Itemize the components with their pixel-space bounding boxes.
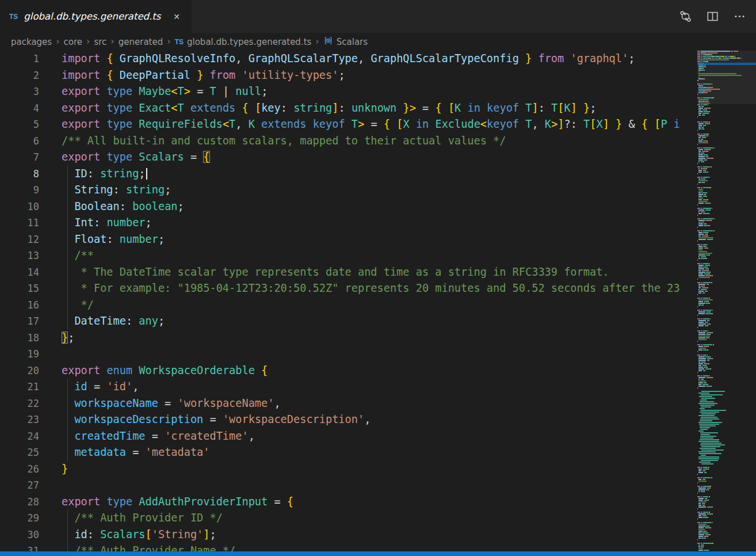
line-number: 2 <box>0 67 39 84</box>
line-content[interactable]: } <box>39 461 68 478</box>
line-number: 31 <box>0 543 39 551</box>
line-number: 5 <box>0 116 39 133</box>
minimap[interactable] <box>697 51 756 551</box>
line-number: 20 <box>0 363 39 379</box>
status-bar <box>0 551 756 556</box>
split-editor-icon[interactable] <box>707 10 719 22</box>
line-number: 25 <box>0 444 39 461</box>
line-content[interactable]: import { GraphQLResolveInfo, GraphQLScal… <box>39 51 635 67</box>
code-line: 25 metadata = 'metadata' <box>0 444 697 461</box>
line-content[interactable]: export type Maybe<T> = T | null; <box>39 83 268 100</box>
line-number: 3 <box>0 83 39 100</box>
code-line: 18}; <box>0 330 697 346</box>
code-line: 29 /** Auth Provider ID */ <box>0 510 697 527</box>
line-number: 15 <box>0 280 39 297</box>
code-line: 14 * The DateTime scalar type represents… <box>0 264 697 281</box>
breadcrumb-symbol-label: Scalars <box>337 37 368 47</box>
code-line: 28export type AddAuthProviderInput = { <box>0 494 697 511</box>
tab-global-db-types[interactable]: TS global.db.types.generated.ts ✕ <box>0 0 192 33</box>
line-content[interactable]: * For example: "1985-04-12T23:20:50.52Z"… <box>39 280 680 297</box>
code-line: 17 DateTime: any; <box>0 313 697 330</box>
vscode-window: TS global.db.types.generated.ts ✕ <box>0 0 756 556</box>
line-number: 7 <box>0 149 39 166</box>
code-line: 9 String: string; <box>0 182 697 199</box>
open-changes-icon[interactable] <box>679 10 692 22</box>
code-line: 7export type Scalars = { <box>0 149 697 166</box>
line-number: 27 <box>0 477 39 494</box>
line-content[interactable]: metadata = 'metadata' <box>39 444 210 461</box>
code-editor[interactable]: 1import { GraphQLResolveInfo, GraphQLSca… <box>0 51 697 551</box>
code-line: 11 Int: number; <box>0 215 697 231</box>
line-number: 24 <box>0 428 39 445</box>
code-line: 26} <box>0 461 697 478</box>
line-number: 28 <box>0 494 39 511</box>
code-line: 2import { DeepPartial } from 'utility-ty… <box>0 67 697 84</box>
line-number: 10 <box>0 199 39 215</box>
line-number: 19 <box>0 346 39 363</box>
line-number: 22 <box>0 395 39 412</box>
line-number: 18 <box>0 330 39 346</box>
line-content[interactable]: */ <box>39 297 94 314</box>
line-content[interactable]: /** Auth Provider ID */ <box>39 510 223 527</box>
chevron-right-icon: › <box>167 37 170 46</box>
line-content[interactable]: /** <box>39 247 94 264</box>
line-content[interactable] <box>39 346 62 363</box>
line-content[interactable]: id = 'id', <box>39 379 139 395</box>
line-content[interactable]: /** All built-in and custom scalars, map… <box>39 133 506 150</box>
code-line: 22 workspaceName = 'workspaceName', <box>0 395 697 412</box>
code-line: 1import { GraphQLResolveInfo, GraphQLSca… <box>0 51 697 67</box>
line-content[interactable]: export type AddAuthProviderInput = { <box>39 494 293 511</box>
more-actions-icon[interactable] <box>734 10 746 22</box>
line-content[interactable]: id: Scalars['String']; <box>39 527 216 543</box>
line-content[interactable]: * The DateTime scalar type represents da… <box>39 264 609 281</box>
code-line: 6/** All built-in and custom scalars, ma… <box>0 133 697 150</box>
close-icon[interactable]: ✕ <box>171 11 182 22</box>
line-number: 12 <box>0 231 39 248</box>
line-content[interactable]: createdTime = 'createdTime', <box>39 428 255 445</box>
code-line: 23 workspaceDescription = 'workspaceDesc… <box>0 412 697 428</box>
code-line: 13 /** <box>0 247 697 264</box>
line-number: 1 <box>0 51 39 67</box>
line-content[interactable] <box>39 477 62 494</box>
code-line: 21 id = 'id', <box>0 379 697 395</box>
line-number: 29 <box>0 510 39 527</box>
line-number: 17 <box>0 313 39 330</box>
breadcrumb-item-src[interactable]: src <box>94 37 106 47</box>
line-number: 8 <box>0 166 39 182</box>
line-content[interactable]: export type Exact<T extends { [key: stri… <box>39 100 596 117</box>
code-line: 10 Boolean: boolean; <box>0 199 697 215</box>
line-content[interactable]: Boolean: boolean; <box>39 199 184 215</box>
line-number: 13 <box>0 247 39 264</box>
code-line: 31 /** Auth Provider Name */ <box>0 543 697 551</box>
line-content[interactable]: export type RequireFields<T, K extends k… <box>39 116 680 133</box>
code-line: 20export enum WorkspaceOrderable { <box>0 363 697 379</box>
typescript-file-icon: TS <box>9 13 18 21</box>
chevron-right-icon: › <box>56 37 59 46</box>
line-number: 4 <box>0 100 39 117</box>
breadcrumb-item-core[interactable]: core <box>64 37 83 47</box>
code-line: 12 Float: number; <box>0 231 697 248</box>
line-content[interactable]: export type Scalars = { <box>39 149 210 166</box>
line-content[interactable]: workspaceDescription = 'workspaceDescrip… <box>39 412 371 428</box>
line-content[interactable]: Float: number; <box>39 231 165 248</box>
line-content[interactable]: export enum WorkspaceOrderable { <box>39 363 268 379</box>
breadcrumb-item-file[interactable]: TS global.db.types.generated.ts <box>175 37 312 47</box>
breadcrumb-item-packages[interactable]: packages <box>11 37 52 47</box>
tab-title: global.db.types.generated.ts <box>24 11 161 22</box>
code-line: 30 id: Scalars['String']; <box>0 527 697 543</box>
line-content[interactable]: /** Auth Provider Name */ <box>39 543 235 551</box>
line-content[interactable]: workspaceName = 'workspaceName', <box>39 395 281 412</box>
line-number: 6 <box>0 133 39 150</box>
line-content[interactable]: }; <box>39 330 74 346</box>
line-number: 21 <box>0 379 39 395</box>
line-content[interactable]: ID: string; <box>39 166 147 182</box>
code-line: 19 <box>0 346 697 363</box>
line-content[interactable]: DateTime: any; <box>39 313 165 330</box>
line-content[interactable]: import { DeepPartial } from 'utility-typ… <box>39 67 345 84</box>
line-content[interactable]: Int: number; <box>39 215 152 231</box>
breadcrumb-item-symbol[interactable]: Scalars <box>323 36 368 48</box>
editor-actions <box>679 0 756 33</box>
breadcrumb-item-generated[interactable]: generated <box>119 37 163 47</box>
line-content[interactable]: String: string; <box>39 182 171 199</box>
tab-bar: TS global.db.types.generated.ts ✕ <box>0 0 756 33</box>
